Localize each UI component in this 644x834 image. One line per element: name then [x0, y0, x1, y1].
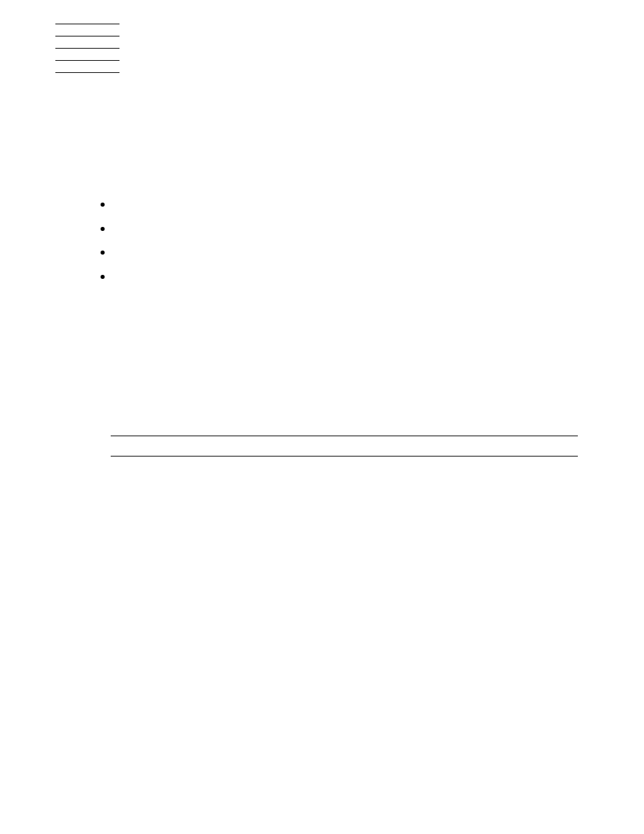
horizontal-rule [55, 60, 119, 61]
horizontal-rule [55, 48, 119, 49]
section-divider [111, 456, 578, 457]
document-page [0, 0, 644, 834]
section-divider [111, 436, 578, 436]
horizontal-rule [55, 36, 119, 36]
horizontal-rule [55, 72, 119, 73]
table-of-contents [86, 192, 113, 289]
horizontal-rule [55, 24, 119, 24]
rule-stack [55, 24, 119, 73]
